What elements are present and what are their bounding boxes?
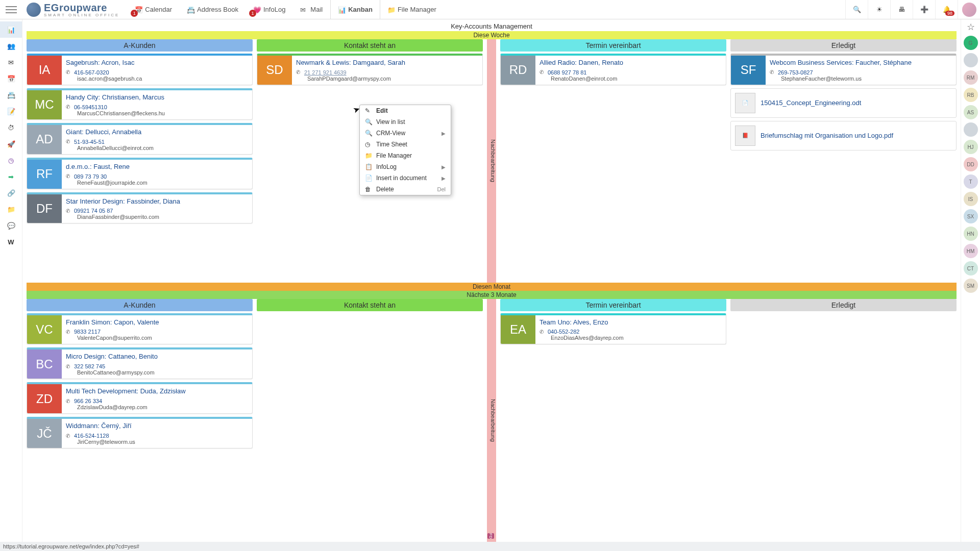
presence-avatar[interactable]: AS — [964, 105, 978, 119]
topnav-address-book[interactable]: 📇Address Book — [180, 0, 246, 19]
presence-avatar[interactable]: RB — [964, 88, 978, 102]
menu-item-file-manager[interactable]: 📁File Manager — [360, 150, 451, 161]
column-header[interactable]: A-Kunden — [27, 39, 253, 52]
presence-avatar[interactable]: HN — [964, 227, 978, 241]
topnav-mail[interactable]: ✉Mail — [293, 0, 330, 19]
sidebar-files[interactable]: 📁 — [0, 201, 22, 217]
menu-item-time-sheet[interactable]: ◷Time Sheet — [360, 139, 451, 150]
swimlane-header[interactable]: Diesen Monat — [27, 283, 957, 291]
menu-item-insert-in-document[interactable]: 📄Insert in document▶ — [360, 172, 451, 184]
swimlane-header[interactable]: Nächste 3 Monate — [27, 291, 957, 299]
sidebar-clock[interactable]: ◷ — [0, 152, 22, 168]
kanban-card[interactable]: SD Newmark & Lewis: Damgaard, Sarah ✆21 … — [257, 54, 483, 85]
theme-tool[interactable]: ☀ — [868, 0, 890, 19]
sidebar-launch[interactable]: 🚀 — [0, 136, 22, 152]
card-phone[interactable]: 416-567-0320 — [74, 69, 109, 76]
column-header[interactable]: Kontakt steht an — [257, 299, 483, 311]
card-email[interactable]: JiriCerny@teleworm.us — [77, 439, 248, 445]
presence-avatar[interactable]: DD — [964, 157, 978, 171]
presence-avatar[interactable]: RM — [964, 70, 978, 85]
file-card[interactable]: 📄150415_Concept_Engineering.odt — [730, 88, 957, 118]
column-header[interactable]: Erledigt — [730, 39, 957, 52]
presence-avatar[interactable]: SM — [964, 279, 978, 293]
kanban-card[interactable]: BC Micro Design: Cattaneo, Benito ✆322 5… — [27, 347, 253, 379]
card-phone[interactable]: 51-93-45-51 — [74, 139, 105, 145]
sidebar-mail[interactable]: ✉ — [0, 54, 22, 70]
add-tool[interactable]: ➕ — [913, 0, 935, 19]
menu-item-edit[interactable]: ✎Edit — [360, 105, 451, 116]
kanban-card[interactable]: SF Webcom Business Services: Faucher, St… — [730, 54, 957, 85]
sidebar-link[interactable]: 🔗 — [0, 185, 22, 201]
column-header[interactable]: Kontakt steht an — [257, 39, 483, 52]
column-header[interactable]: Termin vereinbart — [500, 299, 726, 311]
presence-avatar[interactable] — [964, 53, 978, 67]
card-phone[interactable]: 416-524-1128 — [74, 433, 109, 439]
sidebar-wiki[interactable]: W — [0, 234, 22, 250]
kanban-card[interactable]: DF Star Interior Design: Fassbinder, Dia… — [27, 192, 253, 224]
file-card[interactable]: 📕Briefumschlag mit Organisation und Logo… — [730, 121, 957, 151]
presence-avatar[interactable]: T — [964, 174, 978, 189]
kanban-card[interactable]: IA Sagebrush: Acron, Isac ✆416-567-0320 … — [27, 54, 253, 85]
sidebar-contacts[interactable]: 👥 — [0, 38, 22, 54]
vertical-divider[interactable]: Nachbearbeitung — [487, 39, 496, 283]
menu-item-view-in-list[interactable]: 🔍View in list — [360, 116, 451, 128]
card-email[interactable]: EnzoDiasAlves@dayrep.com — [551, 335, 722, 341]
kanban-card[interactable]: ZD Multi Tech Development: Duda, Zdzisła… — [27, 382, 253, 414]
card-phone[interactable]: 089 73 79 30 — [74, 173, 107, 180]
card-phone[interactable]: 21 271 921 4639 — [304, 69, 347, 76]
column-header[interactable]: Termin vereinbart — [500, 39, 726, 52]
presence-avatar[interactable] — [964, 122, 978, 137]
card-email[interactable]: RenatoDanen@einrot.com — [551, 76, 722, 82]
kanban-card[interactable]: EA Team Uno: Alves, Enzo ✆040-552-282 En… — [500, 313, 726, 345]
presence-avatar[interactable]: IS — [964, 192, 978, 206]
presence-avatar[interactable]: G — [964, 36, 978, 50]
card-phone[interactable]: 322 582 745 — [74, 363, 105, 369]
presence-avatar[interactable]: CT — [964, 261, 978, 276]
card-email[interactable]: AnnabellaDellucci@einrot.com — [77, 145, 248, 151]
card-phone[interactable]: 06-59451310 — [74, 104, 107, 110]
hamburger-menu[interactable] — [0, 0, 22, 19]
sidebar-addressbook[interactable]: 📇 — [0, 87, 22, 103]
menu-item-crm-view[interactable]: 🔍CRM-View▶ — [360, 128, 451, 139]
sidebar-kanban[interactable]: 📊 — [0, 21, 22, 38]
vertical-divider[interactable]: NachbearbeitungFD — [487, 299, 496, 542]
card-phone[interactable]: 9833 2117 — [74, 329, 101, 335]
sidebar-timesheet[interactable]: ⏱ — [0, 119, 22, 136]
card-phone[interactable]: 269-753-0827 — [778, 69, 813, 76]
kanban-card[interactable]: VC Franklin Simon: Capon, Valente ✆9833 … — [27, 313, 253, 345]
column-header[interactable]: A-Kunden — [27, 299, 253, 311]
card-email[interactable]: SarahPDamgaard@armyspy.com — [307, 76, 478, 82]
card-email[interactable]: MarcusCChristiansen@fleckens.hu — [77, 110, 248, 116]
context-menu[interactable]: ✎Edit🔍View in list🔍CRM-View▶◷Time Sheet📁… — [359, 105, 451, 195]
presence-avatar[interactable]: HM — [964, 244, 978, 258]
card-phone[interactable]: 0688 927 78 81 — [548, 69, 586, 76]
notifications-tool[interactable]: 🔔98 — [935, 0, 958, 19]
card-email[interactable]: ZdzislawDuda@dayrep.com — [77, 404, 248, 410]
kanban-card[interactable]: MC Handy City: Christiansen, Marcus ✆06-… — [27, 88, 253, 120]
topnav-calendar[interactable]: 📅Calendar1 — [128, 0, 180, 19]
menu-item-delete[interactable]: 🗑DeleteDel — [360, 184, 451, 195]
topnav-kanban[interactable]: 📊Kanban — [330, 0, 380, 19]
card-email[interactable]: ReneFaust@jourrapide.com — [77, 180, 248, 186]
swimlane-header[interactable]: Diese Woche — [27, 31, 957, 39]
card-phone[interactable]: 040-552-282 — [548, 329, 579, 335]
kanban-card[interactable]: RF d.e.m.o.: Faust, Rene ✆089 73 79 30 R… — [27, 158, 253, 189]
favorite-icon[interactable]: ☆ — [967, 21, 975, 33]
card-email[interactable]: BenitoCattaneo@armyspy.com — [77, 369, 248, 375]
search-tool[interactable]: 🔍 — [845, 0, 868, 19]
print-tool[interactable]: 🖶 — [890, 0, 913, 19]
sidebar-chat[interactable]: 💬 — [0, 217, 22, 234]
sidebar-notes[interactable]: 📝 — [0, 103, 22, 119]
sidebar-calendar[interactable]: 📅 — [0, 70, 22, 87]
card-email[interactable]: isac.acron@sagebrush.ca — [77, 76, 248, 82]
card-email[interactable]: ValenteCapon@superrito.com — [77, 335, 248, 341]
kanban-card[interactable]: JČ Widdmann: Černý, Jiří ✆416-524-1128 J… — [27, 417, 253, 448]
topnav-infolog[interactable]: 💗InfoLog1 — [246, 0, 293, 19]
card-phone[interactable]: 966 26 334 — [74, 398, 102, 404]
topnav-file-manager[interactable]: 📁File Manager — [380, 0, 444, 19]
presence-avatar[interactable]: HJ — [964, 140, 978, 154]
kanban-card[interactable]: RD Allied Radio: Danen, Renato ✆0688 927… — [500, 54, 726, 85]
presence-avatar[interactable]: SX — [964, 209, 978, 223]
card-email[interactable]: DianaFassbinder@superrito.com — [77, 214, 248, 220]
app-logo[interactable]: EGroupware SMART ONLINE OFFICE — [22, 2, 124, 17]
